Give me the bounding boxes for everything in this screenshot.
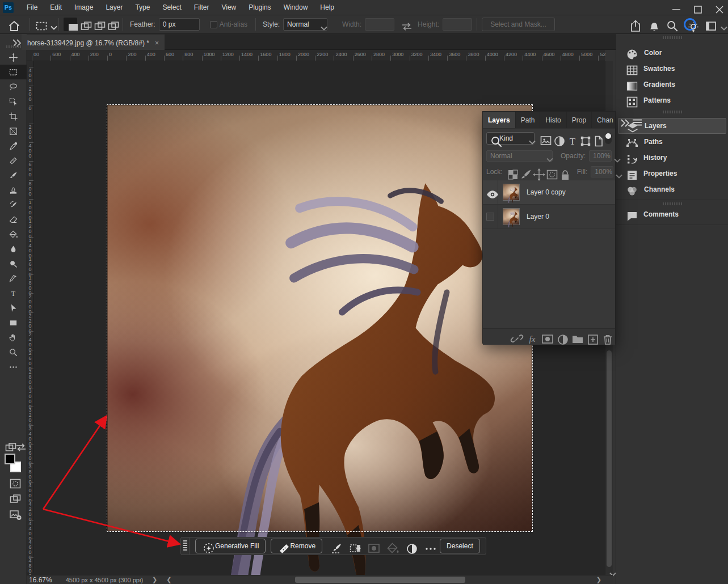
- adjustment-icon[interactable]: [402, 539, 416, 553]
- rail-item-color[interactable]: Color: [616, 45, 728, 61]
- menu-help[interactable]: Help: [314, 0, 340, 15]
- tool-zoom[interactable]: [0, 345, 27, 359]
- tool-crop[interactable]: [0, 109, 27, 124]
- menu-filter[interactable]: Filter: [188, 0, 216, 15]
- tool-eraser[interactable]: [0, 212, 27, 227]
- lock-position-icon[interactable]: [532, 168, 540, 176]
- layer-thumbnail[interactable]: [503, 184, 520, 201]
- screen-mode-button[interactable]: [0, 490, 27, 505]
- layer-name[interactable]: Layer 0 copy: [527, 188, 566, 196]
- tool-history-brush[interactable]: [0, 197, 27, 212]
- feather-input[interactable]: 0 px: [159, 18, 200, 31]
- link-layers-icon[interactable]: [510, 332, 519, 341]
- taskbar-drag-handle[interactable]: [180, 537, 189, 555]
- scroll-right-icon[interactable]: ❯: [596, 576, 601, 583]
- filter-shape-layers-icon[interactable]: [579, 134, 587, 143]
- panel-menu-icon[interactable]: [630, 116, 639, 124]
- visibility-checkbox[interactable]: [483, 205, 498, 228]
- minimize-button[interactable]: [663, 0, 685, 15]
- tool-blur[interactable]: [0, 242, 27, 256]
- share-icon[interactable]: [629, 19, 639, 30]
- workspace-switcher[interactable]: [704, 19, 723, 29]
- layer-name[interactable]: Layer 0: [527, 213, 549, 221]
- rail-item-swatches[interactable]: Swatches: [616, 61, 728, 77]
- tool-preset-marquee[interactable]: [35, 19, 54, 29]
- tool-move[interactable]: [0, 50, 27, 65]
- foreground-color-swatch[interactable]: [5, 454, 15, 464]
- filter-type-layers-icon[interactable]: [566, 134, 574, 143]
- menu-view[interactable]: View: [215, 0, 242, 15]
- add-layer-mask-icon[interactable]: [541, 332, 550, 341]
- maximize-button[interactable]: [685, 0, 706, 15]
- tool-healing-brush[interactable]: [0, 153, 27, 168]
- tab-layers[interactable]: Layers: [483, 112, 516, 128]
- tool-rectangular-marquee[interactable]: [0, 65, 27, 79]
- layer-effects-icon[interactable]: [525, 332, 535, 341]
- tool-frame[interactable]: [0, 124, 27, 138]
- rail-item-properties[interactable]: Properties: [616, 166, 728, 181]
- home-button[interactable]: [0, 19, 25, 30]
- tool-paint-bucket[interactable]: [0, 227, 27, 242]
- tool-rectangle[interactable]: [0, 315, 27, 330]
- select-brush-icon[interactable]: [327, 539, 341, 553]
- document-tab[interactable]: horse-3139429.jpg @ 16.7% (RGB/8#) * ×: [22, 35, 165, 50]
- zoom-percentage[interactable]: 16.67%: [29, 576, 52, 584]
- search-icon[interactable]: [666, 19, 676, 29]
- generate-image-button[interactable]: [0, 506, 27, 520]
- new-selection-button[interactable]: [64, 18, 77, 31]
- new-group-icon[interactable]: [571, 332, 580, 341]
- tool-pen[interactable]: [0, 271, 27, 286]
- filter-toggle-switch[interactable]: [605, 133, 612, 144]
- menu-plugins[interactable]: Plugins: [242, 0, 277, 15]
- generative-fill-button[interactable]: Generative Fill: [195, 539, 266, 553]
- vertical-scrollbar-thumb[interactable]: [607, 350, 612, 567]
- status-options-chevron[interactable]: ❯: [152, 576, 157, 583]
- tab-properties[interactable]: Prop: [567, 112, 592, 128]
- menu-edit[interactable]: Edit: [44, 0, 68, 15]
- add-to-selection-button[interactable]: [77, 18, 91, 31]
- remove-button[interactable]: Remove: [271, 539, 322, 553]
- swap-colors-arrow-icon[interactable]: [14, 441, 22, 448]
- menu-type[interactable]: Type: [129, 0, 156, 15]
- discover-lightbulb-icon[interactable]: [684, 18, 696, 31]
- delete-layer-icon[interactable]: [601, 333, 609, 341]
- close-button[interactable]: [706, 0, 728, 15]
- tools-drag-handle[interactable]: [6, 45, 21, 48]
- default-swap-colors-icon[interactable]: [4, 441, 12, 450]
- tool-brush[interactable]: [0, 168, 27, 183]
- menu-file[interactable]: File: [20, 0, 44, 15]
- rail-item-gradients[interactable]: Gradients: [616, 77, 728, 92]
- menu-layer[interactable]: Layer: [99, 0, 129, 15]
- menu-select[interactable]: Select: [156, 0, 187, 15]
- rail-item-channels[interactable]: Channels: [616, 181, 728, 197]
- tool-hand[interactable]: [0, 330, 27, 345]
- tab-channels[interactable]: Chan: [592, 112, 618, 128]
- layer-thumbnail[interactable]: [503, 208, 520, 225]
- rail-item-history[interactable]: History: [616, 150, 728, 166]
- layer-row-1[interactable]: Layer 0: [483, 204, 615, 228]
- rail-item-patterns[interactable]: Patterns: [616, 92, 728, 108]
- new-layer-icon[interactable]: [586, 333, 595, 341]
- expand-tabs-chevron-icon[interactable]: [618, 116, 626, 124]
- tool-clone-stamp[interactable]: [0, 183, 27, 197]
- lock-artboard-icon[interactable]: [545, 168, 553, 176]
- lock-all-icon[interactable]: [558, 168, 566, 176]
- tool-eyedropper[interactable]: [0, 138, 27, 153]
- scroll-left-icon[interactable]: ❮: [166, 576, 171, 583]
- tool-object-selection[interactable]: [0, 94, 27, 109]
- tab-history[interactable]: Histo: [540, 112, 566, 128]
- layer-row-0[interactable]: Layer 0 copy: [483, 180, 615, 204]
- visibility-eye-icon[interactable]: [483, 180, 498, 204]
- notifications-bell-icon[interactable]: [647, 19, 658, 29]
- tool-edit-toolbar[interactable]: [0, 359, 27, 374]
- rail-item-comments[interactable]: Comments: [616, 206, 728, 222]
- tab-paths[interactable]: Path: [516, 112, 541, 128]
- rail-drag-handle[interactable]: [663, 36, 682, 39]
- lock-pixels-icon[interactable]: [519, 168, 527, 176]
- rail-drag-handle[interactable]: [663, 111, 682, 113]
- filter-smart-objects-icon[interactable]: [592, 134, 600, 143]
- quick-mask-button[interactable]: [0, 474, 27, 489]
- anti-alias-checkbox[interactable]: [210, 21, 217, 28]
- filter-adjustment-layers-icon[interactable]: [553, 134, 561, 143]
- filter-kind-dropdown[interactable]: Kind: [486, 132, 535, 145]
